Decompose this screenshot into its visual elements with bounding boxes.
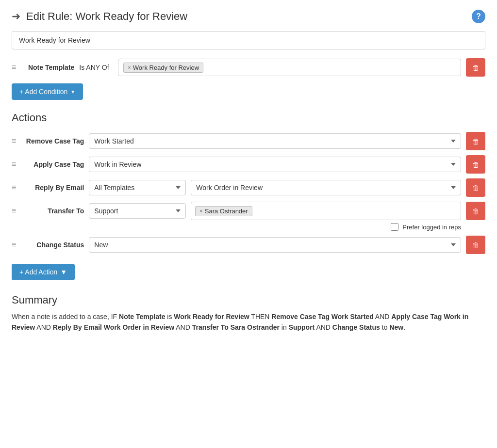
summary-action-4: Transfer To Sara Ostrander (192, 323, 280, 331)
condition-tag-select[interactable]: × Work Ready for Review (118, 59, 461, 76)
condition-label: Note Template (21, 64, 74, 71)
summary-condition-value: Work Ready for Review (174, 313, 249, 320)
add-action-caret: ▼ (60, 268, 67, 276)
condition-delete-button[interactable]: 🗑 (466, 58, 485, 77)
action-row-4: ≡ Change Status New 🗑 (12, 236, 485, 254)
trash-icon-0: 🗑 (472, 137, 480, 145)
summary-action-1: Remove Case Tag Work Started (271, 313, 373, 320)
action-label-0: Remove Case Tag (21, 137, 84, 145)
action-transfer-wrapper: ≡ Transfer To Support × Sara Ostrander 🗑… (12, 202, 485, 231)
action-label-1: Apply Case Tag (21, 160, 84, 168)
trash-icon-4: 🗑 (472, 241, 480, 249)
condition-tag-pill: × Work Ready for Review (123, 63, 203, 73)
title-group: ➜ Edit Rule: Work Ready for Review (12, 10, 187, 23)
trash-icon-1: 🗑 (472, 160, 480, 169)
condition-operator: Is ANY Of (79, 64, 113, 71)
action-select-3[interactable]: Support (89, 203, 186, 219)
transfer-tag-area[interactable]: × Sara Ostrander (191, 202, 461, 220)
action-drag-handle-3[interactable]: ≡ (12, 207, 16, 215)
action-delete-0[interactable]: 🗑 (466, 132, 485, 150)
page-header: ➜ Edit Rule: Work Ready for Review ? (12, 10, 485, 23)
condition-row: ≡ Note Template Is ANY Of × Work Ready f… (12, 58, 485, 77)
summary-status-value: New (389, 323, 403, 331)
action-label-4: Change Status (21, 241, 84, 249)
summary-text: When a note is added to a case, IF Note … (12, 311, 485, 333)
add-action-button[interactable]: + Add Action ▼ (12, 264, 75, 280)
action-select-2b[interactable]: Work Order in Review (191, 180, 461, 195)
action-select-2a[interactable]: All Templates (89, 180, 186, 195)
action-delete-4[interactable]: 🗑 (466, 236, 485, 254)
action-row-0: ≡ Remove Case Tag Work Started 🗑 (12, 132, 485, 150)
trash-icon: 🗑 (472, 64, 480, 72)
summary-title: Summary (12, 294, 485, 306)
transfer-tag-remove[interactable]: × (199, 208, 202, 214)
condition-tag-remove[interactable]: × (128, 64, 131, 70)
action-row-2: ≡ Reply By Email All Templates Work Orde… (12, 178, 485, 197)
prefer-logged-row: Prefer logged in reps (12, 223, 485, 231)
action-select-0[interactable]: Work Started (89, 133, 461, 149)
back-arrow-icon[interactable]: ➜ (12, 10, 20, 23)
add-condition-caret: ▼ (70, 89, 75, 95)
condition-drag-handle[interactable]: ≡ (12, 63, 16, 72)
summary-action-3: Reply By Email Work Order in Review (53, 323, 174, 331)
action-delete-2[interactable]: 🗑 (466, 178, 485, 197)
trash-icon-2: 🗑 (472, 184, 480, 192)
action-drag-handle-2[interactable]: ≡ (12, 183, 16, 192)
action-select-4[interactable]: New (89, 237, 461, 253)
rule-name-input[interactable] (12, 31, 485, 49)
summary-section: Summary When a note is added to a case, … (12, 294, 485, 333)
page-title: Edit Rule: Work Ready for Review (26, 10, 187, 23)
add-condition-button[interactable]: + Add Condition ▼ (12, 83, 83, 100)
summary-transfer-group: Support (289, 323, 315, 331)
action-select-1[interactable]: Work in Review (89, 157, 461, 172)
action-drag-handle-0[interactable]: ≡ (12, 137, 16, 145)
prefer-logged-label: Prefer logged in reps (402, 224, 461, 231)
action-drag-handle-4[interactable]: ≡ (12, 240, 16, 249)
action-delete-3[interactable]: 🗑 (466, 202, 485, 220)
action-delete-1[interactable]: 🗑 (466, 155, 485, 174)
action-row-3: ≡ Transfer To Support × Sara Ostrander 🗑 (12, 202, 485, 220)
summary-action-5: Change Status (332, 323, 380, 331)
summary-condition-field: Note Template (119, 313, 165, 320)
prefer-logged-checkbox[interactable] (391, 223, 398, 231)
action-label-3: Transfer To (21, 207, 84, 215)
help-button[interactable]: ? (472, 10, 485, 23)
action-drag-handle-1[interactable]: ≡ (12, 160, 16, 169)
action-row-1: ≡ Apply Case Tag Work in Review 🗑 (12, 155, 485, 174)
trash-icon-3: 🗑 (472, 207, 480, 215)
transfer-tag-pill: × Sara Ostrander (195, 206, 252, 216)
action-label-2: Reply By Email (21, 184, 84, 192)
actions-section-title: Actions (12, 112, 485, 124)
